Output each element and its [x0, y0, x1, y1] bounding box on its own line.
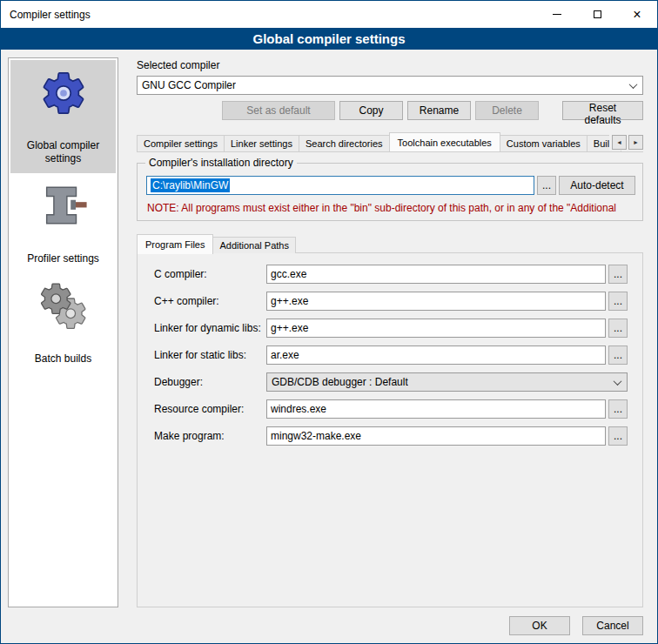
debugger-row: Debugger: GDB/CDB debugger : Default: [154, 372, 628, 392]
tab-compiler-settings[interactable]: Compiler settings: [137, 135, 225, 151]
installation-directory-group: Compiler's installation directory C:\ray…: [137, 163, 643, 221]
window-title: Compiler settings: [1, 9, 91, 21]
sidebar-item-label: Global compiler settings: [12, 139, 114, 165]
maximize-button[interactable]: [577, 1, 617, 28]
installation-directory-group-label: Compiler's installation directory: [145, 157, 297, 169]
debugger-dropdown[interactable]: GDB/CDB debugger : Default: [266, 372, 628, 392]
bin-subdirectory-note: NOTE: All programs must exist either in …: [147, 202, 635, 214]
delete-button: Delete: [475, 101, 539, 120]
dynamic-linker-label: Linker for dynamic libs:: [154, 322, 266, 334]
program-files-pane: C compiler: ... C++ compiler: ... Linker…: [137, 252, 643, 607]
copy-button[interactable]: Copy: [339, 101, 403, 120]
close-icon: ×: [633, 8, 641, 22]
cpp-compiler-input[interactable]: [266, 292, 606, 311]
tab-scroll-left-button[interactable]: ◄: [612, 135, 627, 150]
blue-gear-icon: [38, 68, 89, 118]
titlebar: Compiler settings ×: [1, 1, 657, 28]
settings-panel: Selected compiler GNU GCC Compiler Set a…: [127, 57, 650, 607]
resource-compiler-label: Resource compiler:: [154, 403, 266, 415]
close-button[interactable]: ×: [617, 1, 657, 28]
tab-scroll-right-button[interactable]: ►: [628, 135, 643, 150]
installation-directory-row: C:\raylib\MinGW ... Auto-detect: [146, 176, 635, 195]
tab-program-files[interactable]: Program Files: [137, 234, 213, 254]
sidebar-item-profiler-settings[interactable]: Profiler settings: [10, 173, 116, 273]
tab-scroll-buttons: ◄ ►: [609, 134, 643, 151]
compiler-settings-tabs: Compiler settings Linker settings Search…: [137, 132, 643, 152]
rename-button[interactable]: Rename: [407, 101, 471, 120]
browse-dir-button[interactable]: ...: [537, 176, 556, 195]
debugger-value: GDB/CDB debugger : Default: [272, 376, 408, 388]
dynamic-linker-row: Linker for dynamic libs: ...: [154, 319, 628, 338]
cpp-compiler-browse-button[interactable]: ...: [608, 292, 628, 311]
maximize-icon: [594, 10, 601, 18]
sidebar-item-label: Profiler settings: [27, 252, 99, 265]
compiler-actions: Set as default Copy Rename Delete Reset …: [137, 101, 643, 120]
selected-compiler-value: GNU GCC Compiler: [142, 79, 236, 91]
clamp-tool-icon: [38, 181, 89, 231]
tab-additional-paths[interactable]: Additional Paths: [212, 237, 296, 253]
make-program-browse-button[interactable]: ...: [608, 426, 628, 446]
dialog-body: Global compiler settings Profiler settin…: [1, 50, 657, 616]
tab-custom-variables[interactable]: Custom variables: [500, 135, 588, 151]
ok-button[interactable]: OK: [509, 616, 570, 635]
tab-search-directories[interactable]: Search directories: [299, 135, 390, 151]
minimize-button[interactable]: [537, 1, 577, 28]
minimize-icon: [553, 14, 561, 15]
dialog-footer: OK Cancel: [1, 616, 657, 643]
static-linker-row: Linker for static libs: ...: [154, 345, 628, 365]
c-compiler-browse-button[interactable]: ...: [608, 265, 628, 284]
tab-toolchain-executables[interactable]: Toolchain executables: [389, 132, 500, 152]
tab-linker-settings[interactable]: Linker settings: [224, 135, 299, 151]
static-linker-browse-button[interactable]: ...: [608, 345, 628, 365]
debugger-label: Debugger:: [154, 376, 266, 388]
cpp-compiler-row: C++ compiler: ...: [154, 292, 628, 311]
c-compiler-label: C compiler:: [154, 268, 266, 280]
compiler-settings-window: Compiler settings × Global compiler sett…: [0, 0, 658, 644]
make-program-row: Make program: ...: [154, 426, 628, 446]
dynamic-linker-input[interactable]: [266, 319, 606, 338]
set-as-default-button: Set as default: [222, 101, 335, 120]
installation-dir-selected-text: C:\raylib\MinGW: [151, 178, 230, 192]
program-files-tabs: Program Files Additional Paths: [137, 233, 643, 253]
window-controls: ×: [537, 1, 657, 28]
reset-defaults-button[interactable]: Reset defaults: [562, 101, 643, 120]
resource-compiler-browse-button[interactable]: ...: [608, 399, 628, 419]
installation-dir-input[interactable]: C:\raylib\MinGW: [146, 176, 534, 195]
c-compiler-row: C compiler: ...: [154, 265, 628, 284]
chevron-down-icon: [625, 77, 641, 94]
resource-compiler-input[interactable]: [266, 399, 606, 419]
settings-category-list: Global compiler settings Profiler settin…: [8, 57, 118, 607]
static-linker-input[interactable]: [266, 345, 606, 365]
gray-gears-icon: [38, 281, 89, 332]
cpp-compiler-label: C++ compiler:: [154, 295, 266, 307]
auto-detect-button[interactable]: Auto-detect: [559, 176, 635, 195]
make-program-input[interactable]: [266, 426, 606, 446]
dialog-header-title: Global compiler settings: [1, 28, 657, 50]
sidebar-item-global-compiler-settings[interactable]: Global compiler settings: [10, 60, 116, 173]
make-program-label: Make program:: [154, 430, 266, 442]
sidebar-item-label: Batch builds: [35, 352, 91, 366]
static-linker-label: Linker for static libs:: [154, 349, 266, 361]
c-compiler-input[interactable]: [266, 265, 606, 284]
cancel-button[interactable]: Cancel: [582, 616, 643, 635]
chevron-down-icon: [609, 373, 625, 391]
resource-compiler-row: Resource compiler: ...: [154, 399, 628, 419]
selected-compiler-dropdown[interactable]: GNU GCC Compiler: [137, 76, 643, 95]
selected-compiler-label: Selected compiler: [137, 59, 643, 71]
sidebar-item-batch-builds[interactable]: Batch builds: [10, 273, 116, 373]
dynamic-linker-browse-button[interactable]: ...: [608, 319, 628, 338]
